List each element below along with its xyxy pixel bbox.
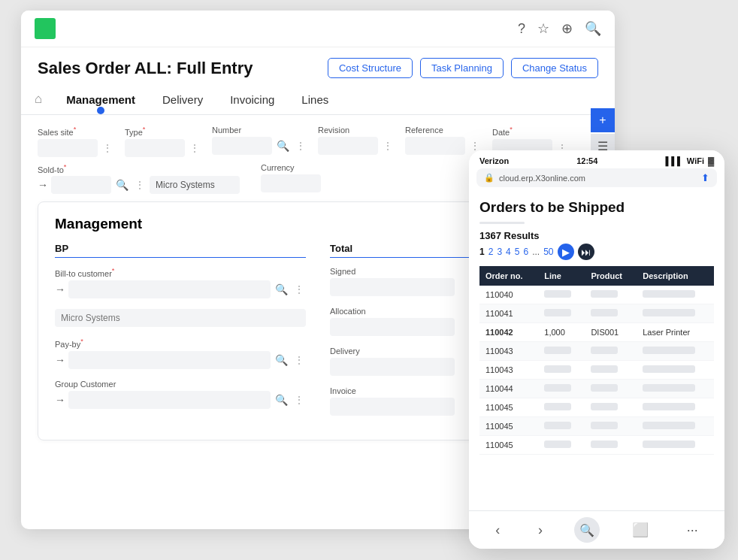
group-customer-search-icon[interactable]: 🔍: [274, 394, 289, 406]
date-label: Date*: [492, 126, 569, 137]
table-row[interactable]: 110041: [479, 304, 714, 323]
delivery-input[interactable]: [330, 358, 455, 376]
revision-input-row: ⋮: [318, 137, 395, 155]
mobile-page-title: Orders to be Shipped: [479, 199, 714, 216]
table-row[interactable]: 110042 1,000 DIS001 Laser Printer: [479, 323, 714, 342]
tab-nav: ⌂ Management Delivery Invoicing Lines: [21, 84, 615, 115]
currency-input[interactable]: [261, 174, 321, 192]
cell-order: 110042: [479, 323, 538, 342]
bill-to-input[interactable]: [68, 280, 271, 298]
page-3[interactable]: 3: [497, 247, 502, 257]
cost-structure-button[interactable]: Cost Structure: [328, 58, 413, 78]
sold-to-menu-icon[interactable]: ⋮: [133, 179, 147, 191]
cell-product: [585, 361, 637, 380]
number-menu-icon[interactable]: ⋮: [294, 140, 307, 152]
page-1[interactable]: 1: [479, 247, 485, 257]
bill-to-menu-icon[interactable]: ⋮: [292, 283, 306, 295]
header-buttons: Cost Structure Task Planning Change Stat…: [328, 58, 598, 78]
table-row[interactable]: 110044: [479, 380, 714, 398]
battery-icon: ▓: [708, 156, 714, 165]
col-order-no: Order no.: [479, 266, 538, 286]
micro-systems-input[interactable]: [55, 309, 306, 327]
tab-management[interactable]: Management: [53, 86, 149, 114]
signal-icon: ▌▌▌: [665, 156, 682, 165]
table-row[interactable]: 110043: [479, 342, 714, 361]
results-count: 1367 Results: [479, 230, 714, 241]
cell-line: [538, 380, 585, 398]
currency-input-row: [261, 174, 336, 192]
form-group-reference: Reference ⋮: [405, 126, 482, 155]
allocation-input[interactable]: [330, 318, 455, 336]
form-group-sold-to: Sold-to* → 🔍 ⋮ Micro Systems: [38, 163, 240, 195]
browser-tab-btn[interactable]: ⬜: [626, 519, 655, 541]
col-description: Description: [637, 266, 714, 286]
number-input-row: 🔍 ⋮: [212, 137, 307, 155]
mobile-share-icon[interactable]: ⬆: [701, 172, 709, 183]
revision-input[interactable]: [318, 137, 378, 155]
mobile-url: cloud.erp.X3online.com: [499, 174, 585, 183]
tab-delivery[interactable]: Delivery: [149, 86, 216, 114]
currency-label: Currency: [261, 163, 336, 172]
change-status-button[interactable]: Change Status: [511, 58, 598, 78]
browser-back-btn[interactable]: ‹: [489, 519, 506, 541]
type-menu-icon[interactable]: ⋮: [188, 142, 201, 154]
number-search-icon[interactable]: 🔍: [275, 140, 291, 152]
sold-to-input[interactable]: [51, 176, 111, 194]
invoice-input[interactable]: [330, 398, 455, 416]
pay-by-menu-icon[interactable]: ⋮: [292, 354, 306, 366]
cell-order: 110041: [479, 304, 538, 323]
table-row[interactable]: 110043: [479, 361, 714, 380]
page-5[interactable]: 5: [515, 247, 520, 257]
signed-input[interactable]: [330, 278, 455, 296]
mobile-bottom-bar: ‹ › 🔍 ⬜ ···: [469, 510, 724, 549]
pay-by-search-icon[interactable]: 🔍: [274, 354, 289, 366]
page-header: Sales Order ALL: Full Entry Cost Structu…: [21, 47, 615, 84]
reference-input[interactable]: [405, 137, 465, 155]
cell-description: [637, 286, 714, 304]
bill-to-field: Bill-to customer* → 🔍 ⋮: [55, 267, 306, 298]
mobile-address-bar[interactable]: 🔒 cloud.erp.X3online.com ⬆: [476, 168, 717, 187]
group-customer-menu-icon[interactable]: ⋮: [292, 394, 306, 406]
sales-site-menu-icon[interactable]: ⋮: [101, 142, 114, 154]
type-input[interactable]: [125, 139, 185, 157]
table-row[interactable]: 110045: [479, 417, 714, 436]
share-icon[interactable]: ⊕: [561, 20, 573, 37]
mobile-time: 12:54: [576, 156, 597, 165]
page-4[interactable]: 4: [506, 247, 511, 257]
pay-by-input[interactable]: [68, 351, 271, 369]
table-row[interactable]: 110040: [479, 286, 714, 304]
pay-by-field: Pay-by* → 🔍 ⋮: [55, 338, 306, 369]
tab-lines[interactable]: Lines: [288, 86, 342, 114]
tab-invoicing[interactable]: Invoicing: [216, 86, 288, 114]
help-icon[interactable]: ?: [518, 21, 525, 37]
sales-site-input[interactable]: [38, 139, 98, 157]
table-row[interactable]: 110045: [479, 398, 714, 417]
revision-menu-icon[interactable]: ⋮: [381, 140, 395, 152]
page-2[interactable]: 2: [488, 247, 494, 257]
page-6[interactable]: 6: [523, 247, 528, 257]
page-50[interactable]: 50: [543, 247, 553, 257]
mobile-content: Orders to be Shipped 1367 Results 1 2 3 …: [469, 192, 724, 510]
mobile-status-right: ▌▌▌ WiFi ▓: [665, 156, 714, 165]
home-tab-icon[interactable]: ⌂: [35, 84, 53, 114]
star-icon[interactable]: ☆: [537, 20, 549, 37]
browser-search-btn[interactable]: 🔍: [574, 517, 600, 543]
pagination-play-btn[interactable]: ▶: [558, 244, 574, 260]
cell-product: [585, 436, 637, 455]
add-button[interactable]: +: [591, 108, 615, 132]
browser-menu-btn[interactable]: ···: [681, 519, 704, 541]
bill-to-search-icon[interactable]: 🔍: [274, 283, 289, 295]
search-icon[interactable]: 🔍: [585, 20, 601, 37]
cell-product: [585, 342, 637, 361]
cell-order: 110040: [479, 286, 538, 304]
task-planning-button[interactable]: Task Planning: [420, 58, 504, 78]
table-row[interactable]: 110045: [479, 436, 714, 455]
number-input[interactable]: [212, 137, 272, 155]
cell-product: DIS001: [585, 323, 637, 342]
browser-forward-btn[interactable]: ›: [532, 519, 549, 541]
pagination-end-btn[interactable]: ⏭: [578, 244, 594, 260]
cell-order: 110045: [479, 417, 538, 436]
group-customer-input[interactable]: [68, 391, 271, 409]
sold-to-search-icon[interactable]: 🔍: [114, 179, 130, 191]
cell-order: 110045: [479, 436, 538, 455]
